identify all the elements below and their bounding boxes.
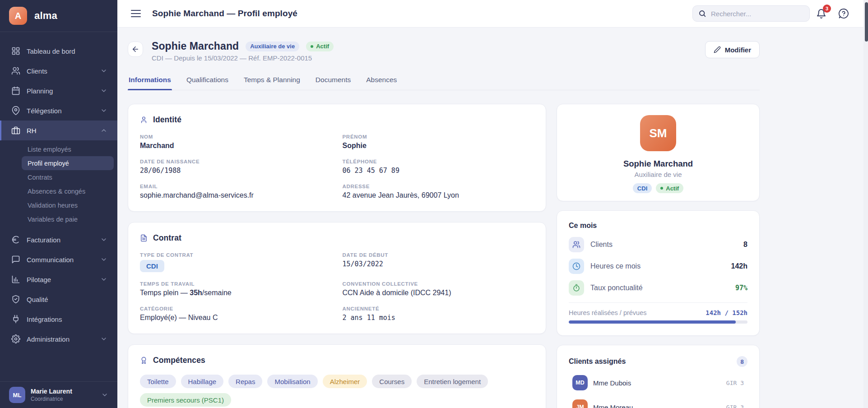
skill-chip: Premiers secours (PSC1)	[140, 393, 231, 407]
back-button[interactable]	[128, 42, 143, 57]
skills-chips: Toilette Habillage Repas Mobilisation Al…	[140, 375, 534, 407]
sidebar-user[interactable]: ML Marie Laurent Coordinatrice	[0, 381, 117, 408]
field-value: Temps plein — 35h/semaine	[140, 289, 332, 297]
stat-row-clients: Clients 8	[569, 237, 747, 252]
time-suffix: /semaine	[202, 289, 232, 297]
field-convention: Convention collective CCN Aide à domicil…	[343, 281, 534, 297]
tab-qualifications[interactable]: Qualifications	[186, 76, 229, 90]
client-row[interactable]: JM Mme Moreau GIR 3	[569, 399, 747, 408]
user-name: Marie Laurent	[31, 388, 96, 395]
chevron-down-icon	[100, 276, 107, 283]
sidebar-item-facturation[interactable]: Facturation	[0, 230, 117, 250]
user-role: Coordinatrice	[31, 396, 96, 402]
menu-toggle-icon[interactable]	[131, 10, 141, 17]
field-nom: Nom Marchand	[140, 134, 332, 150]
field-type-contrat: Type de contrat CDI	[140, 252, 332, 272]
contract-badge: CDI	[633, 183, 652, 193]
employee-subtitle: CDI — Depuis le 15/03/2022 — Réf. EMP-20…	[152, 54, 696, 62]
sidebar-item-administration[interactable]: Administration	[0, 329, 117, 349]
avatar: ML	[9, 387, 25, 403]
submenu-item-contrats[interactable]: Contrats	[22, 170, 114, 184]
sidebar: A alma Tableau de bord Clients	[0, 0, 117, 408]
field-value: sophie.marchand@alma-services.fr	[140, 191, 332, 199]
field-label: Date de début	[343, 252, 534, 258]
submenu-item-absences-conges[interactable]: Absences & congés	[22, 184, 114, 198]
sidebar-item-telegestion[interactable]: Télégestion	[0, 101, 117, 121]
sidebar-item-tableau-de-bord[interactable]: Tableau de bord	[0, 41, 117, 61]
edit-button[interactable]: Modifier	[705, 41, 760, 58]
hours-value: 142h / 152h	[706, 309, 747, 316]
field-value: Marchand	[140, 142, 332, 150]
field-label: Temps de travail	[140, 281, 332, 287]
submenu-item-liste-employes[interactable]: Liste employés	[22, 142, 114, 156]
notifications-button[interactable]: 3	[816, 9, 826, 19]
sidebar-nav: Tableau de bord Clients Planning	[0, 32, 117, 381]
field-label: Nom	[140, 134, 332, 139]
field-label: Email	[140, 184, 332, 189]
skill-chip: Mobilisation	[267, 375, 317, 388]
app-root: A alma Tableau de bord Clients	[0, 0, 868, 408]
search-icon	[698, 9, 706, 18]
submenu-item-profil-employe[interactable]: Profil employé	[22, 156, 114, 170]
sidebar-item-communication[interactable]: Communication	[0, 250, 117, 269]
sidebar-item-integrations[interactable]: Intégrations	[0, 309, 117, 329]
scrollbar-thumb[interactable]	[865, 2, 868, 42]
page-scrollbar[interactable]	[863, 0, 868, 408]
field-label: Ancienneté	[343, 306, 534, 311]
stat-label: Heures ce mois	[590, 262, 725, 270]
field-value: CCN Aide à domicile (IDCC 2941)	[343, 289, 534, 297]
help-button[interactable]	[838, 8, 849, 19]
gear-icon	[11, 334, 20, 343]
page-header: Sophie Marchand Auxiliaire de vie Actif …	[128, 40, 760, 62]
field-label: Catégorie	[140, 306, 332, 311]
field-prenom: Prénom Sophie	[343, 134, 534, 150]
tab-absences[interactable]: Absences	[365, 76, 398, 90]
stat-value: 97%	[735, 284, 747, 292]
field-label: Type de contrat	[140, 252, 332, 258]
cdi-chip: CDI	[140, 260, 164, 272]
card-title: Compétences	[153, 356, 205, 365]
sidebar-item-pilotage[interactable]: Pilotage	[0, 269, 117, 289]
arrow-left-icon	[131, 45, 139, 53]
field-date-naissance: Date de naissance 28/06/1988	[140, 159, 332, 175]
search-input[interactable]	[711, 10, 804, 18]
tab-informations[interactable]: Informations	[128, 76, 172, 90]
hours-label: Heures réalisées / prévues	[569, 309, 646, 316]
chevron-down-icon	[101, 391, 108, 399]
field-label: Adresse	[343, 184, 534, 189]
contract-card: Contrat Type de contrat CDI Date de débu…	[128, 222, 546, 334]
submenu-item-validation-heures[interactable]: Validation heures	[22, 198, 114, 212]
sidebar-item-label: Télégestion	[27, 107, 94, 115]
dashboard-icon	[11, 46, 20, 56]
tab-temps-planning[interactable]: Temps & Planning	[243, 76, 301, 90]
gir-level: GIR 3	[726, 404, 744, 408]
chevron-down-icon	[100, 87, 107, 94]
edit-button-label: Modifier	[725, 46, 751, 54]
client-row[interactable]: MD Mme Dubois GIR 3	[569, 375, 747, 390]
sidebar-item-label: Qualité	[27, 296, 107, 303]
chevron-up-icon	[100, 127, 107, 134]
field-anciennete: Ancienneté 2 ans 11 mois	[343, 306, 534, 322]
sidebar-item-qualite[interactable]: Qualité	[0, 289, 117, 309]
stopwatch-icon	[569, 280, 584, 296]
sidebar-item-planning[interactable]: Planning	[0, 81, 117, 101]
stat-row-heures: Heures ce mois 142h	[569, 259, 747, 274]
skill-chip: Repas	[228, 375, 262, 388]
map-pin-icon	[11, 106, 20, 115]
document-icon	[140, 234, 148, 242]
content: Sophie Marchand Auxiliaire de vie Actif …	[117, 28, 868, 408]
sidebar-item-rh[interactable]: RH	[0, 121, 117, 140]
brand-logo: A	[9, 7, 27, 25]
client-name: Mme Moreau	[593, 403, 721, 408]
status-badge: Actif	[656, 183, 683, 193]
stat-value: 142h	[731, 262, 747, 270]
client-name: Mme Dubois	[593, 379, 721, 387]
tab-documents[interactable]: Documents	[315, 76, 352, 90]
submenu-item-variables-de-paie[interactable]: Variables de paie	[22, 212, 114, 226]
sidebar-item-clients[interactable]: Clients	[0, 61, 117, 81]
skills-card: Compétences Toilette Habillage Repas Mob…	[128, 344, 546, 408]
profile-role: Auxiliaire de vie	[569, 171, 747, 178]
field-date-debut: Date de début 15/03/2022	[343, 252, 534, 272]
field-value: Employé(e) — Niveau C	[140, 314, 332, 322]
sidebar-item-label: Facturation	[27, 236, 94, 244]
